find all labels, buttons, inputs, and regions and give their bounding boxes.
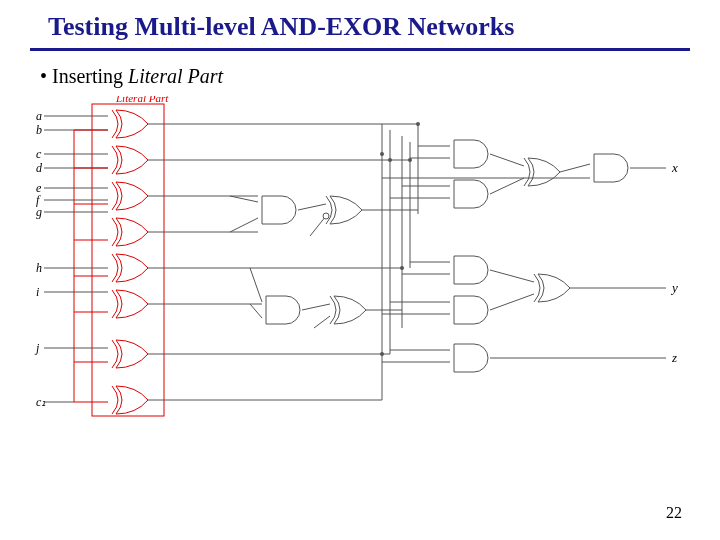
svg-point-46 [400, 266, 404, 270]
bus-dots [380, 122, 420, 356]
xor-icon [112, 182, 148, 210]
xor-icon [112, 146, 148, 174]
mid-gates [230, 196, 366, 328]
xor-icon [534, 274, 570, 302]
input-j: j [34, 341, 40, 355]
svg-line-63 [490, 270, 534, 282]
and-icon [266, 296, 300, 324]
output-y: y [670, 280, 678, 295]
and-icon [454, 256, 488, 284]
output-x: x [671, 160, 678, 175]
input-g: g [36, 205, 42, 219]
and-icon [594, 154, 628, 182]
input-b: b [36, 123, 42, 137]
bullet-text: Inserting [52, 65, 128, 87]
literal-gates [112, 110, 148, 414]
page-title: Testing Multi-level AND-EXOR Networks [48, 12, 690, 42]
svg-point-44 [380, 152, 384, 156]
input-d: d [36, 161, 43, 175]
output-labels: x y z [670, 160, 678, 365]
svg-line-33 [250, 268, 262, 302]
input-h: h [36, 261, 42, 275]
svg-line-35 [302, 304, 330, 310]
input-wires [44, 116, 108, 402]
xor-icon [112, 218, 148, 246]
svg-line-34 [250, 304, 262, 318]
svg-line-56 [560, 164, 590, 172]
c1-bus [74, 130, 108, 402]
svg-point-45 [388, 158, 392, 162]
svg-line-28 [230, 196, 258, 202]
svg-line-29 [230, 218, 258, 232]
input-c: c [36, 147, 42, 161]
title-underline [30, 48, 690, 51]
svg-point-32 [323, 213, 329, 219]
and-icon [454, 344, 488, 372]
bullet-line: • Inserting Literal Part [40, 65, 690, 88]
input-i: i [36, 285, 39, 299]
output-z: z [671, 350, 677, 365]
svg-line-55 [490, 178, 524, 194]
xor-icon [112, 110, 148, 138]
mid-bus [362, 124, 418, 400]
and-icon [454, 296, 488, 324]
input-a: a [36, 109, 42, 123]
page-number: 22 [666, 504, 682, 522]
svg-point-47 [408, 158, 412, 162]
svg-line-36 [314, 316, 330, 328]
literal-out-wires [148, 124, 418, 400]
svg-line-30 [298, 204, 326, 210]
bullet-italic: Literal Part [128, 65, 223, 87]
svg-point-48 [416, 122, 420, 126]
and-icon [262, 196, 296, 224]
xor-icon [112, 290, 148, 318]
xor-icon [524, 158, 560, 186]
circuit-diagram: Literal Part a b c d e f g h i j c₁ [30, 96, 690, 456]
and-icon [454, 140, 488, 168]
right-gates [382, 140, 666, 372]
xor-icon [330, 296, 366, 324]
xor-icon [326, 196, 362, 224]
xor-icon [112, 340, 148, 368]
and-icon [454, 180, 488, 208]
xor-icon [112, 254, 148, 282]
literal-part-box [92, 104, 164, 416]
svg-line-31 [310, 216, 326, 236]
literal-part-label: Literal Part [115, 96, 169, 104]
svg-line-54 [490, 154, 524, 166]
xor-icon [112, 386, 148, 414]
svg-point-49 [380, 352, 384, 356]
svg-line-64 [490, 294, 534, 310]
